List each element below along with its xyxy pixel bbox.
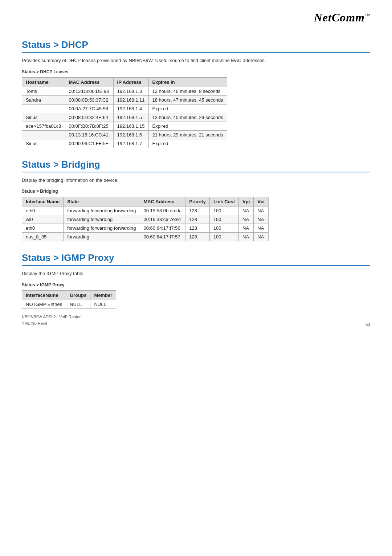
table-row: Toms00:13:D3:06:DE:9B192.168.1.312 hours… xyxy=(22,87,227,95)
table-row: Sandra00:08:0D:53:37:C2192.168.1.1118 ho… xyxy=(22,95,227,104)
bridging-description: Display the bridging information on the … xyxy=(22,177,370,184)
igmp-col-interfacename: InterfaceName xyxy=(22,290,66,300)
bridging-breadcrumb: Status > Bridging xyxy=(22,189,370,194)
bridging-table: Interface Name State MAC Address Priorit… xyxy=(22,197,269,241)
dhcp-description: Provides summary of DHCP leases provisio… xyxy=(22,57,370,64)
bridging-section: Status > Bridging Display the bridging i… xyxy=(22,159,370,242)
table-row: Sirius00:90:96:C1:FF:5E192.168.1.7Expire… xyxy=(22,139,227,148)
igmp-table: InterfaceName Groups Member NO IGMP Entr… xyxy=(22,290,116,309)
dhcp-col-ip: IP Address xyxy=(113,77,148,87)
igmp-col-groups: Groups xyxy=(66,290,90,300)
table-row: Sirius00:08:0D:32:4E:64192.168.1.513 hou… xyxy=(22,113,227,122)
dhcp-section: Status > DHCP Provides summary of DHCP l… xyxy=(22,39,370,148)
logo: NetComm™ xyxy=(314,11,370,24)
logo-tm: ™ xyxy=(365,13,370,18)
bridging-section-title: Status > Bridging xyxy=(22,159,370,172)
table-row: wl0forwarding forwarding00:16:38:c6:7e:e… xyxy=(22,215,269,224)
footer-line2: YML790 Rev8 xyxy=(22,320,81,327)
dhcp-table: Hostname MAC Address IP Address Expires … xyxy=(22,77,227,148)
igmp-description: Display the IGMP Proxy table. xyxy=(22,270,370,277)
page-footer: NB9/NB9W ADSL2+ VoIP Router YML790 Rev8 … xyxy=(22,311,370,327)
dhcp-section-title: Status > DHCP xyxy=(22,39,370,53)
footer-line1: NB9/NB9W ADSL2+ VoIP Router xyxy=(22,314,81,320)
logo-divider xyxy=(22,28,370,28)
dhcp-col-hostname: Hostname xyxy=(22,77,65,87)
table-row: acer-157fba01c800:0F:B0:7B:8F:25192.168.… xyxy=(22,122,227,130)
table-row: 00:0A:27:7C:45:58192.168.1.4Expired xyxy=(22,104,227,113)
table-row: eth0forwarding forwarding forwarding00:1… xyxy=(22,207,269,215)
footer-left: NB9/NB9W ADSL2+ VoIP Router YML790 Rev8 xyxy=(22,314,81,327)
logo-text: NetComm xyxy=(314,11,365,24)
footer-page-number: 63 xyxy=(366,322,370,327)
table-row: nas_8_35forwarding00:60:64:17:f7:5712810… xyxy=(22,233,269,241)
igmp-section: Status > IGMP Proxy Display the IGMP Pro… xyxy=(22,252,370,309)
bridging-col-vpi: Vpi xyxy=(239,197,254,207)
bridging-col-linkcost: Link Cost xyxy=(209,197,238,207)
dhcp-col-mac: MAC Address xyxy=(65,77,113,87)
table-row: NO IGMP EntriesNULLNULL xyxy=(22,300,116,308)
igmp-breadcrumb: Status > IGMP Proxy xyxy=(22,282,370,287)
bridging-col-mac: MAC Address xyxy=(140,197,185,207)
igmp-section-title: Status > IGMP Proxy xyxy=(22,252,370,266)
igmp-col-member: Member xyxy=(90,290,116,300)
table-row: eth0forwarding forwarding forwarding00:6… xyxy=(22,224,269,233)
bridging-col-interface: Interface Name xyxy=(22,197,64,207)
table-row: 00:13:15:16:CC:41192.168.1.621 hours, 29… xyxy=(22,130,227,139)
logo-area: NetComm™ xyxy=(22,11,370,24)
bridging-col-priority: Priority xyxy=(185,197,210,207)
dhcp-col-expires: Expires In xyxy=(148,77,227,87)
bridging-col-state: State xyxy=(64,197,140,207)
dhcp-breadcrumb: Status > DHCP Leases xyxy=(22,69,370,74)
bridging-col-vci: Vci xyxy=(254,197,269,207)
